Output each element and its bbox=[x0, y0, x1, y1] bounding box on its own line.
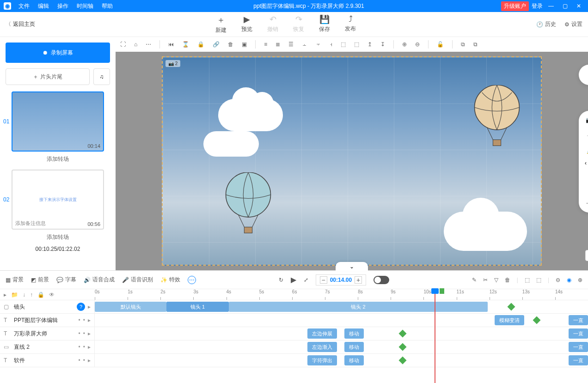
canvas[interactable]: 📷 2 bbox=[162, 56, 542, 266]
menu-timeline[interactable]: 时间轴 bbox=[73, 1, 97, 12]
track-content[interactable]: 左边渐入移动一直 bbox=[95, 340, 588, 353]
track-toggle[interactable]: ▸ bbox=[88, 330, 91, 337]
align-bottom-icon[interactable]: ⫞ bbox=[330, 41, 332, 48]
menu-operate[interactable]: 操作 bbox=[54, 1, 72, 12]
end-tag[interactable]: 一直 bbox=[569, 355, 588, 365]
loop-icon[interactable]: ↻ bbox=[279, 277, 283, 283]
clip[interactable]: 镜头 2 bbox=[229, 302, 488, 312]
track-options[interactable]: • bbox=[83, 317, 85, 323]
time-plus[interactable]: + bbox=[355, 276, 362, 284]
track-content[interactable]: 左边伸展移动一直 bbox=[95, 327, 588, 340]
play-icon[interactable]: ▶ bbox=[291, 275, 296, 284]
menu-file[interactable]: 文件 bbox=[15, 1, 33, 12]
filter-tool-icon[interactable]: ▽ bbox=[494, 277, 498, 283]
send-back-icon[interactable]: ↧ bbox=[380, 41, 385, 48]
paste-icon[interactable]: ⧉ bbox=[473, 41, 478, 48]
track-toggle[interactable]: ▸ bbox=[88, 344, 91, 350]
tl-tab-字幕[interactable]: 💬字幕 bbox=[56, 276, 76, 284]
track-toggle[interactable]: ▸ bbox=[88, 304, 91, 310]
align-right-icon[interactable]: ☰ bbox=[288, 41, 294, 48]
bring-front-icon[interactable]: ↥ bbox=[368, 41, 372, 48]
end-tag[interactable]: 一直 bbox=[569, 328, 588, 339]
record-screen-button[interactable]: ⏺ 录制屏幕 bbox=[6, 43, 110, 63]
down-icon[interactable]: ↓ bbox=[23, 292, 25, 298]
track-content[interactable]: 字符弹出移动一直 bbox=[95, 354, 588, 367]
home-icon[interactable]: ⌂ bbox=[134, 41, 137, 48]
current-time[interactable]: 00:14.00 bbox=[330, 277, 352, 283]
toggle-switch[interactable] bbox=[374, 276, 389, 284]
edit-tool-icon[interactable]: ✎ bbox=[472, 277, 477, 283]
pointer-tool-icon[interactable]: ☜ bbox=[584, 132, 588, 141]
action-新建[interactable]: ＋新建 bbox=[215, 14, 227, 34]
more-icon[interactable]: ⋯ bbox=[146, 41, 151, 48]
balloon-shape[interactable] bbox=[472, 85, 522, 150]
cut-tool-icon[interactable]: ✂ bbox=[483, 277, 488, 283]
end-tag[interactable]: 一直 bbox=[569, 342, 588, 352]
up-icon[interactable]: ↑ bbox=[30, 292, 33, 298]
music-library-button[interactable]: ♫ bbox=[93, 68, 110, 85]
animation-tag[interactable]: 移动 bbox=[344, 355, 364, 365]
animation-tag[interactable]: 模糊变清 bbox=[495, 315, 524, 325]
keyframe-diamond[interactable] bbox=[399, 357, 407, 365]
zoom-out-timeline-icon[interactable]: ⊖ bbox=[556, 277, 560, 283]
expand-canvas-tab[interactable]: ⌄ bbox=[336, 262, 368, 271]
close-button[interactable]: ✕ bbox=[573, 1, 584, 11]
animation-tag[interactable]: 移动 bbox=[344, 342, 364, 352]
tl-tab-语音合成[interactable]: 🔊语音合成 bbox=[84, 276, 115, 284]
distribute-v-icon[interactable]: ⬚ bbox=[354, 41, 359, 48]
delete-tool-icon[interactable]: 🗑 bbox=[505, 277, 510, 283]
music-panel-button[interactable]: ♪ bbox=[579, 65, 588, 85]
keyframe-diamond[interactable] bbox=[399, 343, 407, 351]
track-content[interactable]: 默认镜头镜头 1镜头 2 bbox=[95, 300, 588, 313]
login-button[interactable]: 登录 bbox=[532, 2, 543, 10]
action-发布[interactable]: ⤴发布 bbox=[345, 14, 356, 34]
action-预览[interactable]: ▶预览 bbox=[241, 14, 252, 34]
track-menu[interactable]: • bbox=[79, 344, 80, 350]
track-options[interactable]: • bbox=[83, 357, 85, 364]
clip[interactable]: 镜头 1 bbox=[166, 302, 229, 312]
timeline-ruler[interactable]: 0s1s2s3s4s5s6s7s8s9s10s11s12s13s14s bbox=[95, 289, 588, 300]
scene-thumbnail-1[interactable]: 00:14 bbox=[12, 91, 104, 152]
zoom-out-icon[interactable]: ⊖ bbox=[415, 41, 420, 48]
track-options[interactable]: • bbox=[83, 330, 85, 337]
tl-tab-前景[interactable]: ◩前景 bbox=[31, 276, 49, 284]
animation-tag[interactable]: 左边渐入 bbox=[307, 342, 337, 352]
animation-tag[interactable]: 移动 bbox=[344, 328, 364, 339]
fullscreen-icon[interactable]: ⛶ bbox=[120, 41, 126, 48]
clip[interactable]: 默认镜头 bbox=[95, 302, 166, 312]
zoom-fit-icon[interactable]: ◉ bbox=[567, 277, 571, 283]
crop-icon[interactable]: ▣ bbox=[242, 41, 247, 48]
track-toggle[interactable]: ▸ bbox=[88, 317, 91, 323]
keyframe-diamond[interactable] bbox=[399, 330, 407, 338]
playhead[interactable] bbox=[435, 289, 435, 383]
add-transition-1[interactable]: 添加转场 bbox=[47, 155, 69, 163]
animation-tag[interactable]: 字符弹出 bbox=[307, 355, 337, 365]
marker-tool-icon[interactable]: ⬚ bbox=[525, 277, 530, 283]
align-middle-icon[interactable]: ⫟ bbox=[316, 41, 321, 48]
device-tool-icon[interactable]: ▮ bbox=[584, 182, 588, 191]
menu-help[interactable]: 帮助 bbox=[98, 1, 116, 12]
history-button[interactable]: 🕐历史 bbox=[536, 20, 556, 28]
collapse-icon[interactable]: ▸ bbox=[4, 292, 6, 298]
settings-button[interactable]: ⚙设置 bbox=[564, 20, 582, 28]
balloon-shape[interactable] bbox=[223, 172, 274, 237]
maximize-button[interactable]: ▢ bbox=[559, 1, 570, 11]
pin-button[interactable]: 📍 bbox=[585, 250, 588, 261]
tl-tab-特效[interactable]: ✨特效 bbox=[160, 276, 180, 284]
track-options[interactable]: • bbox=[83, 344, 85, 350]
hourglass-icon[interactable]: ⌛ bbox=[182, 41, 189, 48]
help-icon[interactable]: ? bbox=[77, 303, 85, 311]
folder-icon[interactable]: 📁 bbox=[11, 292, 18, 298]
zoom-in-icon[interactable]: ⊕ bbox=[402, 41, 407, 48]
time-minus[interactable]: − bbox=[320, 276, 327, 284]
keyframe-diamond[interactable] bbox=[533, 316, 541, 324]
end-tag[interactable]: 一直 bbox=[569, 315, 588, 325]
tl-tab-语音识别[interactable]: 🎤语音识别 bbox=[122, 276, 153, 284]
unlock-icon[interactable]: 🔓 bbox=[437, 41, 444, 48]
track-content[interactable]: 模糊变清一直 bbox=[95, 314, 588, 327]
link-icon[interactable]: 🔗 bbox=[213, 41, 220, 48]
split-tool-icon[interactable]: ⬚ bbox=[536, 277, 541, 283]
align-left-icon[interactable]: ≡ bbox=[264, 41, 267, 48]
lock-track-icon[interactable]: 🔒 bbox=[37, 292, 44, 298]
head-tail-button[interactable]: ＋片头片尾 bbox=[6, 68, 90, 85]
